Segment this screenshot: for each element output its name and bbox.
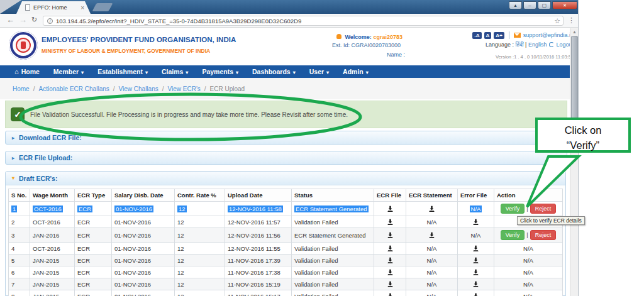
panel-download-ecr-file[interactable]: ▸ Download ECR File: — [5, 131, 567, 145]
home-icon: ⌂ — [14, 68, 19, 75]
cell-value: 12 — [177, 281, 184, 288]
cell-value: N/A — [523, 269, 533, 276]
close-window-icon[interactable]: × — [552, 1, 577, 9]
cell-upload-date: 12-NOV-2016 11:56 — [225, 228, 292, 243]
nav-item-user[interactable]: User▾ — [303, 68, 336, 75]
cell-value: 01-NOV-2016 — [114, 219, 151, 226]
nav-item-member[interactable]: Member▾ — [47, 68, 91, 75]
download-icon[interactable] — [472, 280, 479, 287]
scrollbar-thumb[interactable] — [571, 36, 578, 125]
download-icon[interactable] — [387, 205, 394, 212]
download-icon[interactable] — [472, 268, 479, 275]
download-icon[interactable] — [472, 218, 479, 225]
draft-panel-header[interactable]: ▾ Draft ECR's: — [6, 172, 565, 185]
epfo-logo-emblem — [16, 38, 31, 53]
success-check-icon: ✓ — [11, 107, 25, 121]
bookmark-star-icon[interactable]: ☆ — [554, 17, 560, 25]
cell-salary-disb-date: 01-NOV-2016 — [112, 228, 175, 243]
page-info-icon[interactable]: i — [47, 18, 53, 24]
back-icon[interactable]: ← — [6, 15, 14, 25]
verify-button[interactable]: Verify — [501, 230, 525, 240]
tab-close-icon[interactable]: × — [80, 4, 84, 11]
cell-salary-disb-date: 01-NOV-2016 — [112, 266, 175, 278]
nav-item-label: Payments — [202, 68, 233, 75]
nav-item-payments[interactable]: Payments▾ — [195, 68, 245, 75]
breadcrumb-item-view-ecr-s[interactable]: View ECR's — [168, 85, 201, 92]
url-bar[interactable]: i 103.194.45.2/epfo/ecr/init?_HDIV_STATE… — [43, 16, 564, 26]
callout-line2: “Verify” — [538, 138, 628, 153]
cell-s-no: 2 — [9, 216, 30, 228]
browser-toolbar: ← → ↻ i 103.194.45.2/epfo/ecr/init?_HDIV… — [0, 14, 579, 28]
reject-button[interactable]: Reject — [530, 230, 557, 240]
verify-button[interactable]: Verify — [501, 204, 525, 214]
language-english-link[interactable]: English — [528, 41, 547, 48]
cell-status: Validation Failed — [292, 266, 374, 278]
cell-ecr-file — [374, 202, 406, 216]
download-icon[interactable] — [472, 244, 479, 251]
table-row: 6JAN-2015ECR01-NOV-20161211-NOV-2016 17:… — [9, 266, 563, 278]
breadcrumb-separator: / — [162, 85, 164, 92]
page-scrollbar[interactable]: ▲ — [570, 28, 578, 296]
download-icon[interactable] — [387, 268, 394, 275]
callout-line1: Click on — [538, 123, 628, 138]
cell-status: ECR Statement Generated — [292, 228, 374, 243]
pin-window-icon[interactable]: ▴ — [509, 1, 522, 9]
download-icon[interactable] — [387, 244, 394, 251]
nav-item-dashboards[interactable]: Dashboards▾ — [245, 68, 303, 75]
breadcrumb-item-home[interactable]: Home — [13, 85, 30, 92]
download-icon[interactable] — [472, 256, 479, 263]
download-icon[interactable] — [387, 218, 394, 225]
url-text[interactable]: 103.194.45.2/epfo/ecr/init?_HDIV_STATE_=… — [56, 18, 552, 25]
reject-button[interactable]: Reject — [530, 204, 557, 214]
divider — [509, 31, 509, 39]
cell-status: Validation Failed — [292, 290, 374, 296]
support-email-link[interactable]: support@epfindia.in — [523, 32, 574, 38]
panel-ecr-file-upload[interactable]: ▸ ECR File Upload: — [5, 151, 567, 165]
version-text: Version :1 . 4 . 0 10/11/2016 11:03:57 — [496, 54, 574, 60]
font-normal-button[interactable]: A — [484, 32, 492, 39]
download-icon[interactable] — [387, 292, 394, 296]
minimize-icon[interactable]: – — [523, 1, 536, 9]
reload-icon[interactable]: ↻ — [31, 16, 37, 24]
breadcrumb-item-view-challans[interactable]: View Challans — [119, 85, 158, 92]
cell-ecr-file — [374, 216, 406, 228]
download-icon[interactable] — [387, 231, 394, 238]
download-icon[interactable] — [387, 280, 394, 287]
cell-value: 01-NOV-2016 — [114, 257, 151, 264]
chevron-down-icon: ▾ — [236, 70, 238, 75]
cell-ecr-type: ECR — [75, 278, 112, 290]
forward-icon[interactable]: → — [19, 15, 27, 25]
nav-item-home[interactable]: ⌂Home — [8, 68, 47, 75]
browser-menu-icon[interactable]: ⋮ — [568, 16, 575, 25]
download-icon[interactable] — [387, 256, 394, 263]
breadcrumb-separator: / — [204, 85, 206, 92]
screenshot-canvas: EPFO: Home × ▴ – ▢ × ← → ↻ i 103.194.45.… — [0, 0, 644, 296]
cell-value: ECR — [77, 245, 90, 252]
header-utility-row: -A A A+ support@epfindia.in — [472, 31, 574, 39]
nav-item-claims[interactable]: Claims▾ — [155, 68, 195, 75]
font-decrease-button[interactable]: -A — [472, 32, 481, 39]
cell-salary-disb-date: 01-NOV-2016 — [112, 278, 175, 290]
cell-value: 5 — [11, 257, 14, 264]
cell-value: 4 — [11, 245, 14, 252]
download-icon[interactable] — [472, 292, 479, 296]
cell-ecr-type: ECR — [75, 266, 112, 278]
download-icon[interactable] — [428, 205, 435, 212]
font-increase-button[interactable]: A+ — [494, 32, 504, 39]
new-tab-button[interactable] — [92, 3, 113, 11]
download-icon[interactable] — [428, 231, 435, 238]
language-hindi-link[interactable]: हिंदी — [516, 41, 524, 48]
maximize-icon[interactable]: ▢ — [538, 1, 551, 9]
nav-item-label: Admin — [343, 68, 364, 75]
cell-value: Validation Failed — [294, 293, 338, 296]
nav-item-admin[interactable]: Admin▾ — [336, 68, 375, 75]
cell-value: 11-NOV-2016 17:39 — [228, 257, 280, 264]
nav-item-label: Dashboards — [252, 68, 291, 75]
nav-item-establishment[interactable]: Establishment▾ — [91, 68, 155, 75]
cell-salary-disb-date: 01-NOV-2016 — [112, 255, 175, 266]
breadcrumb-item-actionable-ecr-challans[interactable]: Actionable ECR Challans — [38, 85, 109, 92]
column-header: Salary Disb. Date — [112, 189, 175, 202]
browser-tab[interactable]: EPFO: Home × — [16, 1, 91, 14]
cell-value: 12 — [177, 206, 187, 212]
cell-contr-rate: 12 — [175, 290, 225, 296]
